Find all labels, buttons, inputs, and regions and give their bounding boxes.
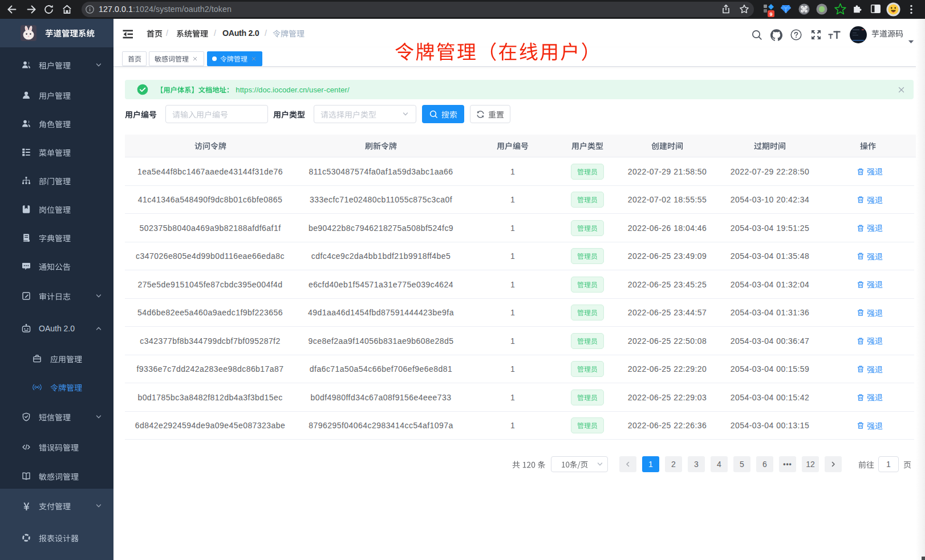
- svg-text:9: 9: [769, 11, 772, 17]
